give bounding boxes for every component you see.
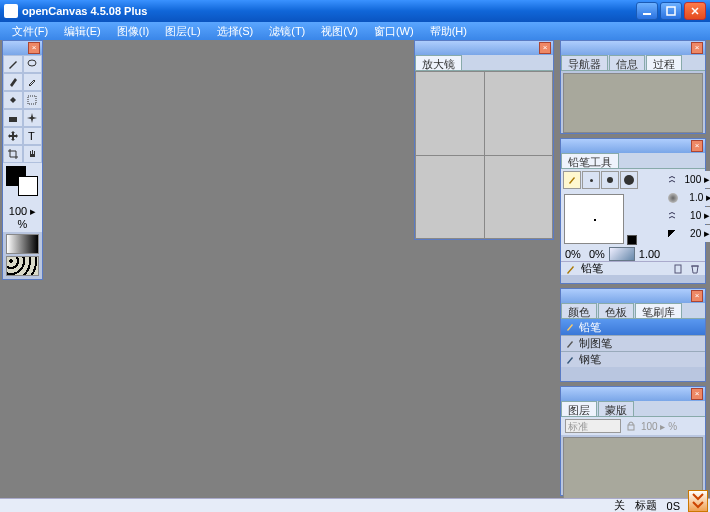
toolbox-close-icon[interactable]: × [28, 42, 40, 54]
brush-color-swatch[interactable] [627, 235, 637, 245]
menu-select[interactable]: 选择(S) [209, 24, 262, 39]
brush-item-pencil[interactable]: 铅笔 [561, 319, 705, 335]
layers-panel: × 图层 蒙版 标准 100 ▸ % [560, 386, 706, 496]
toolbox-opacity[interactable]: 100 ▸ % [3, 203, 42, 232]
tool-brush[interactable] [3, 73, 23, 91]
menu-image[interactable]: 图像(I) [109, 24, 157, 39]
wave-icon [668, 174, 676, 186]
pattern-preview[interactable] [6, 256, 39, 276]
tool-move[interactable] [3, 127, 23, 145]
menubar: 文件(F) 编辑(E) 图像(I) 图层(L) 选择(S) 滤镜(T) 视图(V… [0, 22, 710, 40]
navigator-body [563, 73, 703, 133]
gradient-preview[interactable] [6, 234, 39, 254]
tool-eyedropper[interactable] [23, 73, 43, 91]
svg-rect-4 [9, 117, 17, 122]
layer-list[interactable] [563, 437, 703, 507]
copy-icon[interactable] [673, 263, 685, 275]
svg-rect-3 [28, 96, 36, 104]
brush-size-row: 1.0▸px [664, 189, 710, 206]
tab-pencil-tool[interactable]: 铅笔工具 [561, 153, 619, 168]
status-seg2: 标题 [635, 498, 657, 512]
tab-navigator[interactable]: 导航器 [561, 55, 608, 70]
brush-tool-panel: × 铅笔工具 0% 0% [560, 138, 706, 284]
svg-rect-6 [675, 265, 681, 273]
svg-rect-1 [667, 7, 675, 15]
brush-tip-3[interactable] [620, 171, 638, 189]
brush-list: 铅笔 制图笔 钢笔 [561, 319, 705, 367]
magnifier-close-icon[interactable]: × [539, 42, 551, 54]
brush-tip-0[interactable] [563, 171, 581, 189]
lock-icon[interactable] [625, 420, 637, 432]
svg-text:T: T [28, 130, 35, 142]
close-button[interactable] [684, 2, 706, 20]
magnifier-view[interactable] [415, 71, 553, 239]
brush-opacity-row: 100▸% [664, 171, 710, 188]
layer-opacity[interactable]: 100 ▸ % [641, 421, 677, 432]
tool-text[interactable]: T [23, 127, 43, 145]
tab-process[interactable]: 过程 [646, 55, 682, 70]
maximize-button[interactable] [660, 2, 682, 20]
brush-flow-row: 20▸% [664, 225, 710, 242]
trash-icon[interactable] [689, 263, 701, 275]
tab-brushlib[interactable]: 笔刷库 [635, 303, 682, 318]
menu-view[interactable]: 视图(V) [313, 24, 366, 39]
menu-filter[interactable]: 滤镜(T) [261, 24, 313, 39]
brush-item-drafting[interactable]: 制图笔 [561, 335, 705, 351]
preview-right-pct: 0% [589, 248, 605, 260]
tool-eraser[interactable] [3, 109, 23, 127]
tool-wand[interactable] [23, 109, 43, 127]
tool-lasso[interactable] [23, 55, 43, 73]
svg-point-2 [28, 60, 36, 66]
menu-file[interactable]: 文件(F) [4, 24, 56, 39]
tab-info[interactable]: 信息 [609, 55, 645, 70]
toolbox-panel: × T 100 ▸ % [2, 40, 43, 280]
titlebar: openCanvas 4.5.08 Plus [0, 0, 710, 22]
tool-pencil[interactable] [3, 55, 23, 73]
brush-gradient[interactable] [609, 247, 635, 261]
preview-left-pct: 0% [565, 248, 581, 260]
tab-masks[interactable]: 蒙版 [598, 401, 634, 416]
menu-edit[interactable]: 编辑(E) [56, 24, 109, 39]
wave-icon [668, 210, 676, 222]
app-title: openCanvas 4.5.08 Plus [22, 5, 636, 17]
brushtool-close-icon[interactable]: × [691, 140, 703, 152]
tab-palette[interactable]: 色板 [598, 303, 634, 318]
app-icon [4, 4, 18, 18]
tool-fill[interactable] [3, 91, 23, 109]
navigator-panel: × 导航器 信息 过程 [560, 40, 706, 134]
background-swatch[interactable] [18, 176, 38, 196]
status-seg1: 关 [614, 498, 625, 512]
brush-lib-panel: × 颜色 色板 笔刷库 铅笔 制图笔 钢笔 [560, 288, 706, 382]
navigator-close-icon[interactable]: × [691, 42, 703, 54]
minimize-button[interactable] [636, 2, 658, 20]
brush-soft-row: 10▸% [664, 207, 710, 224]
tool-rect-select[interactable] [23, 91, 43, 109]
menu-window[interactable]: 窗口(W) [366, 24, 422, 39]
brushlib-close-icon[interactable]: × [691, 290, 703, 302]
status-seg3: 0S [667, 500, 680, 512]
preview-val: 1.00 [639, 248, 660, 260]
brush-tip-1[interactable] [582, 171, 600, 189]
scroll-down-button[interactable] [688, 490, 708, 512]
tool-hand[interactable] [23, 145, 43, 163]
layers-close-icon[interactable]: × [691, 388, 703, 400]
brush-footer-label: 铅笔 [581, 261, 603, 276]
tab-magnifier[interactable]: 放大镜 [415, 55, 462, 70]
brush-tip-2[interactable] [601, 171, 619, 189]
brush-preview [564, 194, 624, 244]
tool-grid: T [3, 55, 42, 163]
triangle-icon [668, 230, 676, 238]
brush-item-fountain[interactable]: 钢笔 [561, 351, 705, 367]
pencil-icon [565, 263, 577, 275]
tab-layers[interactable]: 图层 [561, 401, 597, 416]
tool-crop[interactable] [3, 145, 23, 163]
magnifier-panel: × 放大镜 [414, 40, 554, 240]
menu-layer[interactable]: 图层(L) [157, 24, 208, 39]
tab-color[interactable]: 颜色 [561, 303, 597, 318]
blend-mode-select[interactable]: 标准 [565, 419, 621, 433]
color-swatches[interactable] [3, 163, 42, 203]
svg-rect-0 [643, 13, 651, 15]
menu-help[interactable]: 帮助(H) [422, 24, 475, 39]
workspace: × T 100 ▸ % × 放大镜 × [0, 40, 710, 498]
dot-icon [668, 193, 678, 203]
